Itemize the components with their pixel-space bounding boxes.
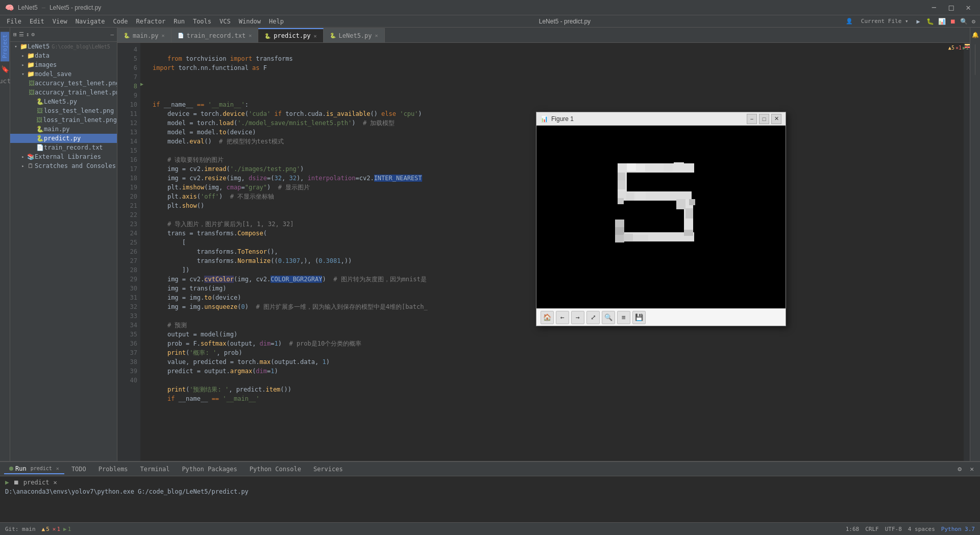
fig-forward-btn[interactable]: →: [571, 311, 584, 324]
lang-indicator[interactable]: Python 3.7: [941, 526, 975, 532]
bottom-tab-run[interactable]: Run predict ✕: [4, 464, 64, 474]
sidebar-toolbar-list-icon[interactable]: ☰: [19, 31, 24, 38]
debug-btn-toolbar[interactable]: 🐛: [924, 18, 936, 25]
fig-back-btn[interactable]: ←: [556, 311, 569, 324]
svg-rect-8: [618, 198, 624, 204]
figure-minimize-btn[interactable]: −: [747, 114, 757, 124]
tab-mainpy[interactable]: 🐍 main.py ✕: [117, 28, 172, 42]
tab-trainrecord[interactable]: 📄 train_record.txt ✕: [172, 28, 259, 42]
svg-rect-20: [626, 193, 634, 201]
menu-refactor[interactable]: Refactor: [132, 17, 169, 26]
run-tab-x[interactable]: ✕: [53, 479, 57, 486]
stop-btn[interactable]: ⏹: [948, 18, 958, 25]
run-coverage-btn[interactable]: 📊: [936, 18, 948, 25]
figure-close-btn[interactable]: ✕: [771, 114, 781, 124]
sidebar-toolbar-settings-icon[interactable]: ⚙: [31, 31, 35, 38]
ok-count: ▶1: [963, 45, 969, 51]
bottom-tab-problems[interactable]: Problems: [93, 465, 133, 474]
menu-tools[interactable]: Tools: [189, 17, 215, 26]
tree-item-lenet5py[interactable]: 🐍 LeNet5.py: [10, 97, 117, 106]
tree-item-trainrecord[interactable]: 📄 train_record.txt: [10, 143, 117, 152]
svg-rect-22: [676, 199, 685, 209]
svg-rect-21: [635, 192, 646, 200]
bottom-close-icon[interactable]: ✕: [968, 464, 976, 474]
fig-config-btn[interactable]: ≡: [617, 311, 630, 324]
sidebar-toolbar-sort-icon[interactable]: ↕: [26, 31, 30, 38]
fig-zoom-btn[interactable]: 🔍: [602, 311, 615, 324]
run-tab-close[interactable]: ✕: [56, 466, 59, 471]
tab-predictpy-close[interactable]: ✕: [313, 33, 316, 39]
menu-view[interactable]: View: [48, 17, 71, 26]
tree-item-accuracy-test[interactable]: 🖼 accuracy_test_lenet.png: [10, 79, 117, 88]
menu-edit[interactable]: Edit: [26, 17, 48, 26]
menu-window[interactable]: Window: [235, 17, 265, 26]
bottom-tab-todo[interactable]: TODO: [66, 465, 91, 474]
bottom-tab-terminal[interactable]: Terminal: [135, 465, 175, 474]
tree-item-predictpy[interactable]: 🐍 predict.py: [10, 134, 117, 143]
search-everywhere-btn[interactable]: 🔍: [958, 18, 970, 25]
maximize-button[interactable]: □: [945, 3, 958, 12]
svg-rect-7: [689, 199, 695, 205]
bottom-tab-pyconsole[interactable]: Python Console: [244, 465, 306, 474]
tree-item-images[interactable]: ▸ 📁 images: [10, 60, 117, 69]
tree-item-loss-train[interactable]: 🖼 loss_train_lenet.png: [10, 115, 117, 125]
menu-navigate[interactable]: Navigate: [71, 17, 109, 26]
notifications-icon[interactable]: 🔔: [972, 32, 979, 38]
svg-rect-15: [624, 234, 633, 241]
tree-item-modelsave[interactable]: ▾ 📁 model_save: [10, 69, 117, 79]
tree-item-accuracy-train[interactable]: 🖼 accuracy_train_lenet.png: [10, 88, 117, 97]
folder-icon: 📁: [19, 43, 28, 50]
tree-item-scratches[interactable]: ▸ 🗒 Scratches and Consoles: [10, 161, 117, 171]
menu-run[interactable]: Run: [169, 17, 189, 26]
close-button[interactable]: ✕: [962, 3, 975, 12]
tab-trainrecord-close[interactable]: ✕: [249, 33, 252, 38]
folder-data-icon: 📁: [27, 52, 35, 59]
tree-arrow-modelsave: ▾: [19, 71, 27, 77]
figure-maximize-btn[interactable]: □: [759, 114, 769, 124]
tab-lenet5py-icon: 🐍: [330, 33, 336, 38]
fig-save-btn[interactable]: 💾: [632, 311, 646, 324]
bottom-settings-icon[interactable]: ⚙: [955, 464, 964, 474]
line-sep-indicator[interactable]: CRLF: [865, 526, 879, 532]
fig-home-btn[interactable]: 🏠: [541, 311, 554, 324]
tree-item-data[interactable]: ▸ 📁 data: [10, 51, 117, 60]
fig-pan-btn[interactable]: ⤢: [586, 311, 600, 324]
menu-code[interactable]: Code: [109, 17, 132, 26]
sidebar-toolbar-layout-icon[interactable]: ⊞: [13, 31, 17, 38]
run-btn-toolbar[interactable]: ▶: [913, 18, 924, 25]
scratches-icon: 🗒: [27, 162, 35, 169]
svg-rect-16: [633, 235, 648, 241]
run-line-btn[interactable]: ▶: [140, 80, 149, 89]
tree-item-loss-test[interactable]: 🖼 loss_test_lenet.png: [10, 106, 117, 115]
settings-btn[interactable]: ⚙: [970, 18, 977, 25]
sidebar-toolbar-collapse-icon[interactable]: –: [110, 31, 114, 38]
bottom-tab-services[interactable]: Services: [308, 465, 348, 474]
bookmarks-icon[interactable]: 🔖: [1, 65, 9, 73]
tab-lenet5py-close[interactable]: ✕: [375, 33, 378, 38]
line-col-indicator[interactable]: 1:68: [846, 526, 860, 532]
tab-predictpy[interactable]: 🐍 predict.py ✕: [258, 28, 323, 42]
project-panel-btn[interactable]: Project: [1, 32, 9, 61]
tree-root-lenet5[interactable]: ▾ 📁 LeNet5 G:\code_blog\LeNet5: [10, 42, 117, 51]
user-icon[interactable]: 👤: [842, 18, 857, 25]
indent-indicator[interactable]: 4 spaces: [908, 526, 935, 532]
menu-help[interactable]: Help: [265, 17, 288, 26]
vcs-status[interactable]: Git: main: [5, 526, 36, 532]
tree-item-mainpy[interactable]: 🐍 main.py: [10, 125, 117, 134]
run-play-btn[interactable]: ▶: [5, 478, 9, 486]
tab-mainpy-close[interactable]: ✕: [162, 33, 165, 38]
tree-item-extlibs[interactable]: ▸ 📚 External Libraries: [10, 152, 117, 161]
encoding-indicator[interactable]: UTF-8: [885, 526, 902, 532]
menu-vcs[interactable]: VCS: [215, 17, 235, 26]
minimize-button[interactable]: −: [927, 3, 941, 12]
bottom-tab-pypkgs[interactable]: Python Packages: [177, 465, 242, 474]
warnings-indicator[interactable]: ▲ 5 ✕ 1 ▶ 1: [42, 526, 71, 532]
menu-file[interactable]: File: [3, 17, 26, 26]
svg-rect-9: [684, 230, 693, 236]
tab-predictpy-label: predict.py: [274, 32, 310, 39]
tab-lenet5py[interactable]: 🐍 LeNet5.py ✕: [324, 28, 385, 42]
run-stop-btn[interactable]: ⏹: [13, 479, 19, 486]
menu-bar: File Edit View Navigate Code Refactor Ru…: [0, 15, 980, 28]
tree-label-mainpy: main.py: [44, 126, 70, 133]
current-file-dropdown[interactable]: Current File ▾: [857, 18, 913, 25]
